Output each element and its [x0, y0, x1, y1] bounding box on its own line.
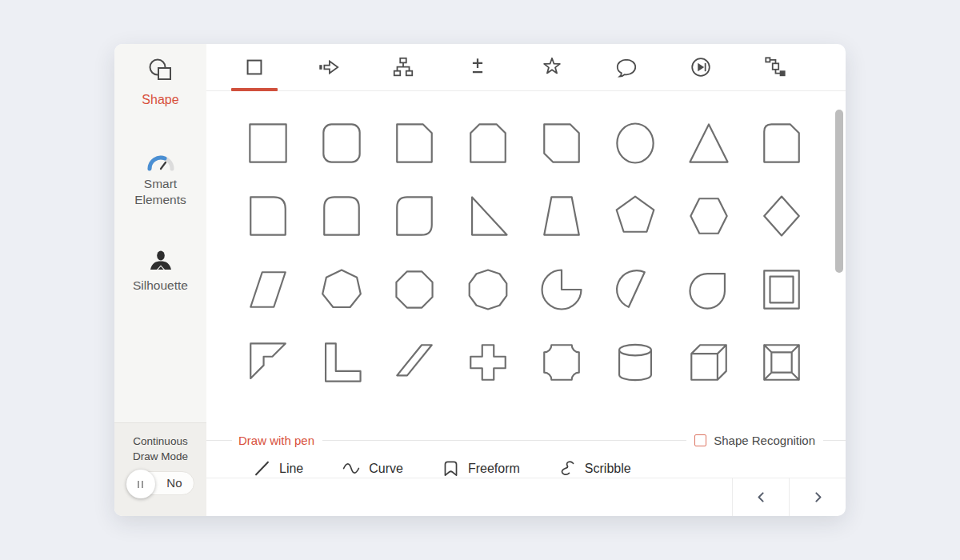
shape-rounded-rectangle[interactable]: [305, 106, 378, 180]
shape-round-same-side-corner-rectangle[interactable]: [305, 180, 378, 254]
prev-page-button[interactable]: [732, 478, 789, 516]
tab-arrows[interactable]: [305, 44, 353, 91]
toggle-value: No: [166, 476, 182, 490]
pen-tool-curve[interactable]: Curve: [341, 458, 403, 478]
sidebar-item-silhouette[interactable]: Silhouette: [114, 250, 206, 294]
pen-divider-row: Draw with pen Shape Recognition: [206, 432, 846, 448]
speech-bubble-icon: [614, 55, 638, 79]
sidebar-item-label: Silhouette: [133, 278, 188, 294]
scribble-icon: [558, 458, 578, 478]
main-panel: Draw with pen Shape Recognition Line Cur…: [206, 44, 846, 516]
chevron-left-icon: [754, 490, 768, 504]
tab-basic-shapes[interactable]: [230, 44, 278, 91]
shape-snip-same-side-corner-rectangle[interactable]: [451, 106, 525, 180]
shape-round-diagonal-corner-rectangle[interactable]: [378, 180, 452, 254]
shape-diagonal-stripe[interactable]: [378, 326, 452, 400]
shape-grid: [231, 106, 846, 399]
tab-callouts[interactable]: [602, 44, 650, 91]
shape-parallelogram[interactable]: [231, 253, 305, 326]
sidebar-item-label: Smart Elements: [124, 176, 198, 208]
shape-decagon[interactable]: [451, 253, 525, 326]
tab-action-buttons[interactable]: [677, 44, 725, 91]
shape-rectangle[interactable]: [231, 106, 305, 180]
shape-octagon[interactable]: [378, 253, 452, 326]
shape-plaque[interactable]: [525, 326, 598, 400]
person-silhouette-icon: [148, 250, 174, 273]
gauge-icon: [146, 152, 176, 171]
tab-connectors[interactable]: [751, 44, 799, 91]
shape-category-tabs: [206, 44, 846, 91]
sidebar-item-label: Shape: [142, 92, 178, 108]
shape-snip-single-corner-rectangle[interactable]: [378, 106, 452, 180]
divider-line: [206, 440, 232, 441]
shape-recognition-label: Shape Recognition: [714, 434, 815, 447]
connector-nodes-icon: [763, 55, 787, 79]
draw-with-pen-label: Draw with pen: [238, 434, 314, 447]
tab-flowchart[interactable]: [379, 44, 427, 91]
divider-line: [823, 440, 846, 441]
continuous-draw-toggle[interactable]: No: [127, 471, 194, 495]
shape-teardrop[interactable]: [672, 253, 746, 326]
shape-picker-dialog: Shape Smart Elements Silhouette Continuo…: [114, 44, 846, 516]
star-icon: [540, 55, 564, 79]
pen-tools-row: Line Curve Freeform Scribble: [206, 458, 846, 478]
curve-icon: [341, 458, 362, 478]
toggle-knob-pause-icon[interactable]: [126, 470, 155, 498]
shape-cross[interactable]: [451, 326, 525, 400]
shape-round-single-corner-rectangle[interactable]: [231, 180, 305, 254]
shape-heptagon[interactable]: [305, 253, 378, 326]
shape-cube[interactable]: [672, 326, 746, 400]
sidebar-item-smart-elements[interactable]: Smart Elements: [114, 152, 206, 208]
shape-chord[interactable]: [598, 253, 672, 326]
pen-tool-freeform[interactable]: Freeform: [441, 458, 520, 478]
shape-corner[interactable]: [305, 326, 378, 400]
pen-tool-scribble[interactable]: Scribble: [558, 458, 631, 478]
continuous-draw-mode-label: Continuous Draw Mode: [114, 434, 206, 464]
sidebar: Shape Smart Elements Silhouette Continuo…: [114, 44, 206, 516]
pen-tool-line[interactable]: Line: [252, 458, 303, 478]
shape-oval[interactable]: [598, 106, 672, 180]
shape-half-frame[interactable]: [231, 326, 305, 400]
chevron-right-icon: [811, 490, 825, 504]
shape-diamond[interactable]: [746, 180, 819, 254]
pen-tool-label: Curve: [369, 462, 403, 476]
sidebar-item-shape[interactable]: Shape: [114, 57, 206, 108]
shape-snip-and-round-single-corner-rectangle[interactable]: [746, 106, 819, 180]
tab-equation-shapes[interactable]: [454, 44, 502, 91]
pagination-bar: [206, 478, 846, 516]
shape-grid-viewport: [206, 106, 846, 426]
shape-pie[interactable]: [525, 253, 598, 326]
shape-recognition-checkbox[interactable]: [694, 434, 706, 446]
block-arrow-icon: [317, 55, 341, 79]
shape-hexagon[interactable]: [672, 180, 746, 254]
divider-line: [322, 440, 686, 441]
plus-minus-icon: [466, 55, 490, 79]
tab-stars-banners[interactable]: [528, 44, 576, 91]
scrollbar-thumb[interactable]: [835, 110, 843, 273]
shape-pentagon[interactable]: [598, 180, 672, 254]
shape-bevel[interactable]: [746, 326, 819, 400]
pen-tool-label: Scribble: [585, 462, 631, 476]
shape-right-triangle[interactable]: [451, 180, 525, 254]
freeform-icon: [441, 458, 461, 478]
play-circle-icon: [689, 55, 713, 79]
square-icon: [242, 55, 266, 79]
next-page-button[interactable]: [789, 478, 846, 516]
continuous-draw-mode-panel: Continuous Draw Mode No: [114, 422, 206, 516]
shape-icon: [145, 57, 177, 87]
shape-frame[interactable]: [746, 253, 819, 326]
shape-isosceles-triangle[interactable]: [672, 106, 746, 180]
pen-tool-label: Line: [279, 462, 303, 476]
shape-trapezoid[interactable]: [525, 180, 598, 254]
line-icon: [252, 458, 272, 478]
pen-tool-label: Freeform: [468, 462, 520, 476]
org-chart-icon: [391, 55, 415, 79]
shape-can[interactable]: [598, 326, 672, 400]
shape-snip-diagonal-corner-rectangle[interactable]: [525, 106, 598, 180]
